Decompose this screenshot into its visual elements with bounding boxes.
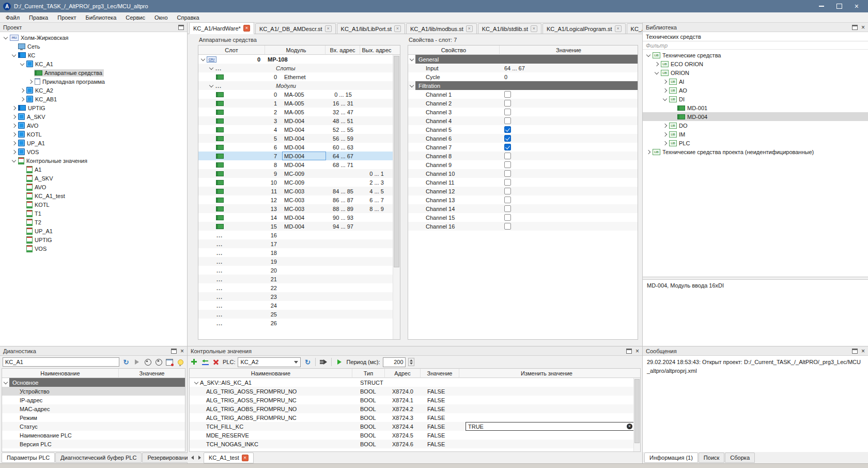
vertical-scrollbar[interactable] <box>393 55 400 339</box>
hardware-row[interactable]: 14MD-00490 ... 93 <box>198 213 393 222</box>
expander-icon[interactable] <box>10 54 18 56</box>
property-row[interactable]: Channel 15 <box>408 213 638 222</box>
expander-icon[interactable] <box>645 54 652 56</box>
expander-icon[interactable] <box>19 63 26 65</box>
close-panel-icon[interactable]: × <box>861 348 865 354</box>
channel-checkbox[interactable] <box>504 205 511 212</box>
hardware-row[interactable]: ...19 <box>198 257 393 266</box>
maximize-icon[interactable] <box>836 4 842 9</box>
channel-checkbox[interactable] <box>504 161 511 168</box>
scrollbar-thumb[interactable] <box>394 56 399 267</box>
refresh-icon[interactable]: ↻ <box>122 358 130 366</box>
channel-checkbox[interactable] <box>504 223 511 230</box>
channel-checkbox[interactable] <box>504 214 511 221</box>
diagnostics-row[interactable]: MAC-адрес <box>2 404 185 413</box>
editor-tab[interactable]: KC_A1/HardWare*× <box>189 22 254 34</box>
close-icon[interactable]: × <box>855 3 859 10</box>
menu-item-Правка[interactable]: Правка <box>24 13 53 22</box>
hardware-row[interactable]: 0MA-0050 ... 15 <box>198 90 393 99</box>
messages-tab[interactable]: Информация (1) <box>644 452 698 463</box>
tree-item[interactable]: KC_A2 <box>0 86 187 95</box>
library-category-selector[interactable]: Технических средств <box>643 32 868 41</box>
expander-icon[interactable] <box>27 80 34 83</box>
tree-item[interactable]: LIBECO ORION <box>643 59 868 68</box>
plc-combobox[interactable]: KC_A2 <box>238 357 301 367</box>
hardware-row[interactable]: 1MA-00516 ... 31 <box>198 99 393 108</box>
library-filter-input[interactable]: Фильтр <box>643 41 868 50</box>
hardware-row[interactable]: 11MC-00384 ... 854 ... 5 <box>198 187 393 195</box>
tree-item[interactable]: PRJХолм-Жирковская <box>0 33 187 42</box>
tree-item[interactable]: MD-001 <box>643 103 868 112</box>
tree-item[interactable]: UPTIG <box>0 103 187 112</box>
tree-item[interactable]: A_SKV <box>0 174 187 183</box>
hardware-row[interactable]: 7MD-00464 ... 67 <box>198 152 393 160</box>
close-tab-icon[interactable]: × <box>243 25 250 32</box>
hardware-row[interactable]: 5MD-00456 ... 59 <box>198 134 393 143</box>
tree-item[interactable]: UP_A1 <box>0 139 187 147</box>
close-tab-icon[interactable]: × <box>466 25 473 32</box>
expander-icon[interactable] <box>661 89 669 92</box>
expander-icon[interactable] <box>408 58 415 61</box>
tree-item[interactable]: AVO <box>0 121 187 130</box>
expander-icon[interactable] <box>2 37 9 39</box>
channel-checkbox[interactable] <box>504 126 511 133</box>
tree-item[interactable]: LIBТехнические средства <box>643 51 868 59</box>
expander-icon[interactable] <box>645 150 652 154</box>
hardware-row[interactable]: 10MC-0092 ... 3 <box>198 178 393 187</box>
hardware-row[interactable]: ...25 <box>198 310 393 319</box>
menu-item-Справка[interactable]: Справка <box>173 13 204 22</box>
float-panel-icon[interactable] <box>178 25 184 30</box>
expander-icon[interactable] <box>10 160 18 162</box>
tree-item[interactable]: LIBТехнические средства проекта (неидент… <box>643 147 868 156</box>
hardware-row[interactable]: ...21 <box>198 275 393 283</box>
channel-checkbox[interactable] <box>504 188 511 194</box>
diagnostics-row[interactable]: Статус <box>2 422 185 431</box>
watch-row[interactable]: A_SKV::AIS_KC_A1STRUCT <box>190 378 640 387</box>
diagnostics-row[interactable]: Наименование PLC <box>2 431 185 440</box>
property-row[interactable]: Channel 4 <box>408 116 638 125</box>
hardware-row[interactable]: ...24 <box>198 301 393 310</box>
property-row[interactable]: Channel 12 <box>408 187 638 195</box>
messages-tab[interactable]: Поиск <box>699 452 724 463</box>
property-row[interactable]: Channel 3 <box>408 108 638 116</box>
tree-item[interactable]: LIBDI <box>643 95 868 103</box>
close-tab-icon[interactable]: × <box>242 455 249 461</box>
property-row[interactable]: Channel 13 <box>408 195 638 204</box>
start-polling-icon[interactable] <box>335 358 344 366</box>
expander-icon[interactable] <box>193 382 200 384</box>
menu-item-Файл[interactable]: Файл <box>1 13 24 22</box>
property-row[interactable]: Channel 8 <box>408 152 638 160</box>
tree-item[interactable]: Аппаратные средства <box>0 68 187 77</box>
minimize-icon[interactable] <box>819 6 824 7</box>
expander-icon[interactable] <box>10 115 18 118</box>
hardware-row[interactable]: 4MD-00452 ... 55 <box>198 125 393 134</box>
channel-checkbox[interactable] <box>504 153 511 159</box>
float-panel-icon[interactable] <box>626 349 632 354</box>
tree-item[interactable]: UPTIG <box>0 235 187 244</box>
clear-value-icon[interactable]: × <box>627 424 632 429</box>
hardware-row[interactable]: CPU0MP-108 <box>198 55 393 64</box>
tree-item[interactable]: VOS <box>0 244 187 253</box>
property-row[interactable]: Channel 10 <box>408 169 638 178</box>
tree-item[interactable]: KC_A1_test <box>0 191 187 200</box>
tree-item[interactable]: LIBAO <box>643 86 868 95</box>
float-panel-icon[interactable] <box>852 349 858 354</box>
hardware-row[interactable]: 9MC-0090 ... 1 <box>198 169 393 178</box>
float-panel-icon[interactable] <box>171 349 177 354</box>
editor-tab[interactable]: KC_A1/_DB_AMDescr.st× <box>255 23 336 34</box>
expander-icon[interactable] <box>2 382 9 384</box>
channel-checkbox[interactable] <box>504 109 511 115</box>
property-row[interactable]: Input64 ... 67 <box>408 64 638 72</box>
scrollbar-thumb[interactable] <box>634 379 640 443</box>
channel-checkbox[interactable] <box>504 91 511 98</box>
property-row[interactable]: Channel 14 <box>408 204 638 213</box>
diagnostics-tab[interactable]: Диагностический буфер PLC <box>55 452 142 463</box>
tree-item[interactable]: KC_AB1 <box>0 95 187 103</box>
hardware-row[interactable]: ...18 <box>198 248 393 257</box>
menu-item-Проект[interactable]: Проект <box>53 13 81 22</box>
property-row[interactable]: Channel 2 <box>408 99 638 108</box>
edit-value-input[interactable]: TRUE× <box>466 422 635 431</box>
tree-item[interactable]: T1 <box>0 209 187 218</box>
close-tab-icon[interactable]: × <box>325 25 332 32</box>
menu-item-Библиотека[interactable]: Библиотека <box>81 13 121 22</box>
